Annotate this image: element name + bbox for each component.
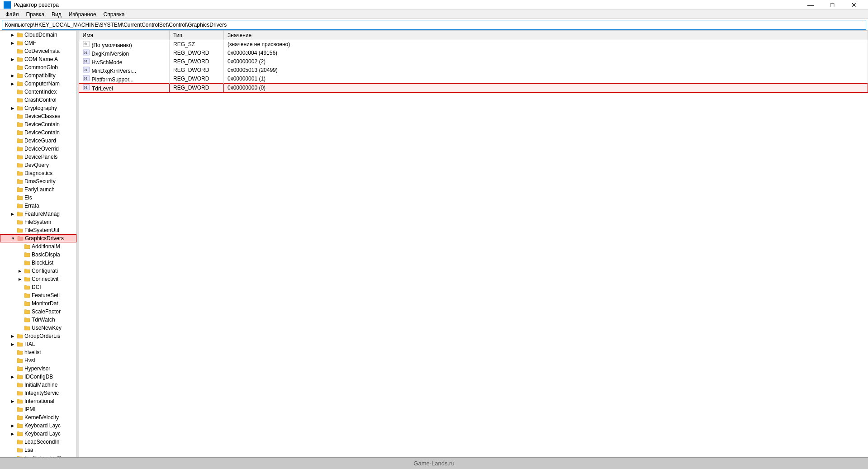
- tree-item[interactable]: Errata: [0, 202, 76, 210]
- tree-expand-icon[interactable]: [9, 438, 16, 445]
- tree-expand-icon[interactable]: ▶: [9, 373, 16, 380]
- tree-item[interactable]: DeviceContain: [0, 120, 76, 128]
- tree-expand-icon[interactable]: [16, 284, 24, 291]
- tree-item[interactable]: CrashControl: [0, 96, 76, 104]
- tree-expand-icon[interactable]: [9, 96, 16, 104]
- tree-expand-icon[interactable]: [9, 446, 16, 454]
- table-row[interactable]: 01 DxgKrnlVersionREG_DWORD0x0000c004 (49…: [79, 49, 868, 57]
- tree-panel[interactable]: ▶ CloudDomain▶ CMF CoDeviceInsta▶ COM Na…: [0, 31, 77, 457]
- tree-item[interactable]: LeapSecondIn: [0, 438, 76, 446]
- tree-expand-icon[interactable]: ▶: [9, 31, 16, 38]
- tree-item[interactable]: DeviceGuard: [0, 137, 76, 145]
- tree-expand-icon[interactable]: [9, 365, 16, 372]
- table-row[interactable]: 01 PlatformSuppor...REG_DWORD0x00000001 …: [79, 75, 868, 84]
- tree-item[interactable]: DevicePanels: [0, 153, 76, 161]
- tree-expand-icon[interactable]: [16, 259, 24, 266]
- maximize-button[interactable]: □: [822, 0, 843, 10]
- tree-expand-icon[interactable]: [9, 129, 16, 136]
- tree-expand-icon[interactable]: ▼: [9, 235, 17, 242]
- tree-item[interactable]: DeviceClasses: [0, 112, 76, 120]
- tree-item[interactable]: ▶ Compatibility: [0, 71, 76, 80]
- tree-expand-icon[interactable]: [9, 113, 16, 120]
- tree-item[interactable]: ▶ Configurati: [0, 267, 76, 275]
- tree-expand-icon[interactable]: [16, 292, 24, 299]
- tree-item[interactable]: ▶ Cryptography: [0, 104, 76, 112]
- tree-expand-icon[interactable]: [9, 227, 16, 234]
- tree-item[interactable]: ▶ Keyboard Layc: [0, 430, 76, 438]
- tree-item[interactable]: ▶ Connectivit: [0, 275, 76, 283]
- tree-expand-icon[interactable]: [9, 137, 16, 144]
- tree-expand-icon[interactable]: ▶: [9, 39, 16, 47]
- tree-item[interactable]: CommonGlob: [0, 63, 76, 71]
- tree-expand-icon[interactable]: ▶: [9, 56, 16, 63]
- tree-expand-icon[interactable]: [16, 243, 24, 250]
- tree-expand-icon[interactable]: [9, 153, 16, 161]
- tree-expand-icon[interactable]: [9, 88, 16, 95]
- tree-expand-icon[interactable]: [9, 389, 16, 397]
- tree-expand-icon[interactable]: ▶: [16, 267, 24, 275]
- tree-expand-icon[interactable]: [16, 251, 24, 258]
- tree-item[interactable]: ▶ IDConfigDB: [0, 373, 76, 381]
- tree-item[interactable]: CoDeviceInsta: [0, 47, 76, 55]
- tree-expand-icon[interactable]: ▶: [9, 80, 16, 87]
- tree-item[interactable]: FileSystem: [0, 218, 76, 226]
- tree-item[interactable]: Els: [0, 194, 76, 202]
- tree-expand-icon[interactable]: [16, 300, 24, 307]
- tree-item[interactable]: ▶ CloudDomain: [0, 31, 76, 39]
- tree-item[interactable]: Hvsi: [0, 356, 76, 365]
- tree-item[interactable]: EarlyLaunch: [0, 185, 76, 194]
- tree-item[interactable]: IPMI: [0, 405, 76, 413]
- tree-expand-icon[interactable]: ▶: [9, 72, 16, 79]
- tree-item[interactable]: FileSystemUtil: [0, 226, 76, 234]
- tree-item[interactable]: FeatureSetl: [0, 291, 76, 299]
- tree-item[interactable]: ▼ GraphicsDrivers: [0, 234, 76, 242]
- table-row[interactable]: 01 MinDxgKrnlVersi...REG_DWORD0x00005013…: [79, 66, 868, 75]
- tree-expand-icon[interactable]: ▶: [9, 341, 16, 348]
- tree-item[interactable]: hivelist: [0, 348, 76, 356]
- tree-expand-icon[interactable]: ▶: [16, 275, 24, 283]
- tree-item[interactable]: ▶ FeatureManag: [0, 210, 76, 218]
- tree-item[interactable]: ▶ LsaExtensionC: [0, 454, 76, 457]
- menu-item-3[interactable]: Избранное: [65, 10, 100, 19]
- tree-item[interactable]: Diagnostics: [0, 169, 76, 177]
- tree-expand-icon[interactable]: ▶: [9, 104, 16, 112]
- tree-item[interactable]: ▶ ComputerNam: [0, 80, 76, 88]
- tree-item[interactable]: ScaleFactor: [0, 308, 76, 316]
- tree-expand-icon[interactable]: [9, 178, 16, 185]
- tree-item[interactable]: DCI: [0, 283, 76, 291]
- tree-item[interactable]: ContentIndex: [0, 88, 76, 96]
- tree-expand-icon[interactable]: [9, 186, 16, 193]
- table-row[interactable]: 01 HwSchModeREG_DWORD0x00000002 (2): [79, 57, 868, 66]
- tree-item[interactable]: ▶ GroupOrderLis: [0, 332, 76, 340]
- table-row[interactable]: 01 TdrLevelREG_DWORD0x00000000 (0): [79, 83, 868, 92]
- tree-item[interactable]: Hypervisor: [0, 365, 76, 373]
- tree-item[interactable]: ▶ HAL: [0, 340, 76, 348]
- tree-item[interactable]: ▶ CMF: [0, 39, 76, 47]
- tree-expand-icon[interactable]: [9, 161, 16, 169]
- tree-item[interactable]: MonitorDat: [0, 299, 76, 308]
- tree-expand-icon[interactable]: ▶: [9, 422, 16, 429]
- tree-item[interactable]: DevQuery: [0, 161, 76, 169]
- tree-item[interactable]: IntegrityServic: [0, 389, 76, 397]
- tree-expand-icon[interactable]: [9, 202, 16, 209]
- menu-item-0[interactable]: Файл: [2, 10, 23, 19]
- tree-item[interactable]: DeviceContain: [0, 128, 76, 137]
- tree-expand-icon[interactable]: ▶: [9, 332, 16, 340]
- address-input[interactable]: [2, 20, 866, 30]
- menu-item-2[interactable]: Вид: [48, 10, 65, 19]
- tree-expand-icon[interactable]: [9, 349, 16, 356]
- tree-expand-icon[interactable]: [16, 316, 24, 323]
- menu-item-1[interactable]: Правка: [23, 10, 48, 19]
- tree-expand-icon[interactable]: [9, 357, 16, 364]
- tree-expand-icon[interactable]: [9, 406, 16, 413]
- tree-item[interactable]: DmaSecurity: [0, 177, 76, 185]
- tree-expand-icon[interactable]: ▶: [9, 430, 16, 437]
- tree-expand-icon[interactable]: ▶: [9, 210, 16, 218]
- tree-expand-icon[interactable]: [16, 324, 24, 332]
- tree-expand-icon[interactable]: [9, 145, 16, 152]
- tree-expand-icon[interactable]: [9, 414, 16, 421]
- tree-expand-icon[interactable]: [9, 218, 16, 226]
- tree-item[interactable]: ▶ COM Name A: [0, 55, 76, 63]
- tree-expand-icon[interactable]: [9, 64, 16, 71]
- tree-item[interactable]: Lsa: [0, 446, 76, 454]
